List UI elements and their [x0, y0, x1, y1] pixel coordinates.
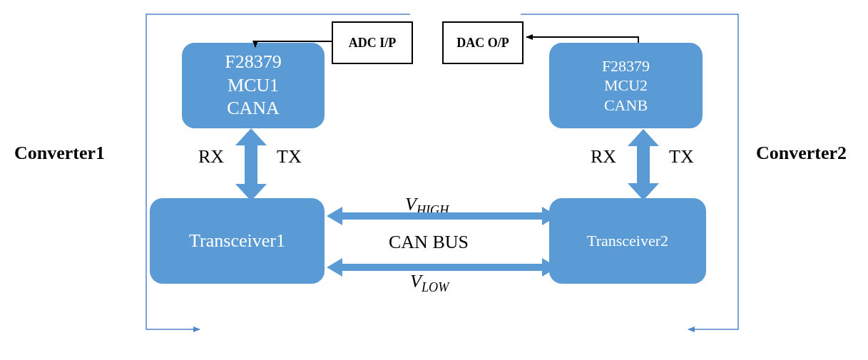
rxtx2-arrow	[628, 129, 659, 200]
rx2-label: RX	[591, 146, 616, 168]
transceiver2-label: Transceiver2	[587, 231, 668, 251]
tx1-label: TX	[277, 146, 302, 168]
svg-marker-1	[628, 129, 659, 200]
mcu2-line1: F28379	[602, 56, 650, 76]
mcu2-line3: CANB	[604, 96, 648, 115]
mcu1-line2: MCU1	[228, 74, 279, 98]
transceiver1-label: Transceiver1	[189, 230, 285, 253]
rx1-label: RX	[198, 146, 224, 168]
transceiver2-block: Transceiver2	[549, 198, 706, 284]
mcu1-line3: CANA	[227, 97, 280, 120]
mcu1-block: F28379 MCU1 CANA	[182, 43, 325, 128]
converter2-title: Converter2	[756, 143, 847, 164]
dac-box: DAC O/P	[442, 21, 524, 64]
canbus-label: CAN BUS	[389, 232, 469, 253]
mcu2-line2: MCU2	[604, 76, 648, 96]
transceiver1-block: Transceiver1	[150, 198, 325, 284]
dac-arrow	[526, 37, 638, 43]
diagram-overlay	[0, 0, 868, 360]
mcu1-line1: F28379	[225, 51, 281, 74]
tx2-label: TX	[669, 146, 694, 168]
rxtx1-arrow	[235, 128, 267, 201]
adc-box: ADC I/P	[332, 21, 413, 64]
vlow-label: VLOW	[410, 271, 449, 295]
converter1-title: Converter1	[14, 143, 105, 164]
vhigh-label: VHIGH	[405, 194, 449, 218]
mcu2-block: F28379 MCU2 CANB	[549, 43, 703, 128]
svg-marker-0	[235, 128, 267, 201]
